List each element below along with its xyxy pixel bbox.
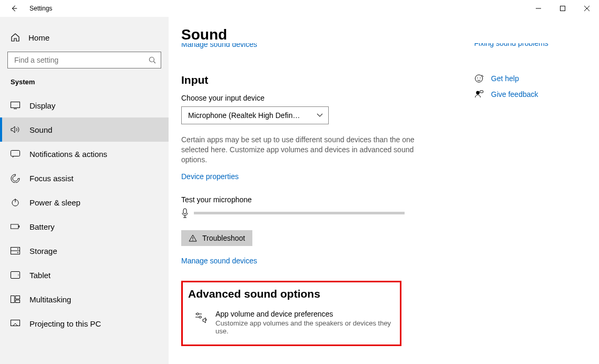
truncated-link-right[interactable]: Fixing sound problems [474,43,586,50]
sidebar-item-label: Multitasking [30,295,71,304]
input-device-selected: Microphone (Realtek High Definitio... [188,111,301,120]
maximize-button[interactable] [551,0,575,17]
svg-rect-2 [561,6,565,11]
back-button[interactable] [11,5,18,12]
power-icon [11,198,20,207]
svg-point-28 [197,313,199,315]
svg-point-31 [475,75,483,82]
device-properties-link[interactable]: Device properties [181,172,239,181]
app-volume-preferences-item[interactable]: App volume and device preferences Custom… [188,310,395,335]
sidebar-item-projecting[interactable]: Projecting to this PC [0,311,169,336]
sidebar-item-power-sleep[interactable]: Power & sleep [0,190,169,214]
svg-rect-22 [16,300,20,303]
svg-rect-12 [11,224,18,229]
svg-point-32 [477,77,478,78]
battery-icon [11,223,20,230]
sidebar-item-display[interactable]: Display [0,93,169,117]
svg-point-17 [17,252,18,253]
sidebar-item-label: Sound [30,125,52,134]
svg-point-30 [199,316,201,318]
svg-point-19 [18,274,19,276]
sound-icon [11,126,20,133]
svg-rect-13 [18,225,19,228]
troubleshoot-button[interactable]: Troubleshoot [181,230,252,246]
display-icon [11,102,20,109]
svg-point-5 [150,57,154,62]
focus-assist-icon [11,173,20,183]
sidebar-item-label: Display [30,101,55,110]
input-device-select[interactable]: Microphone (Realtek High Definitio... [181,106,329,124]
sidebar-item-label: Projecting to this PC [30,319,101,328]
manage-sound-devices-link[interactable]: Manage sound devices [181,257,257,265]
sidebar-item-label: Storage [30,247,57,255]
sidebar-item-tablet[interactable]: Tablet [0,263,169,287]
sidebar-item-label: Notifications & actions [30,150,107,159]
sidebar-item-label: Focus assist [30,174,73,183]
choose-input-label: Choose your input device [181,94,434,102]
svg-rect-24 [183,209,186,214]
get-help-label: Get help [491,74,519,83]
svg-point-16 [17,249,18,250]
advanced-sound-options-highlight: Advanced sound options App volume and de… [181,281,401,346]
svg-rect-7 [11,102,20,108]
input-section-heading: Input [181,74,434,86]
svg-rect-35 [480,91,483,93]
main-content: Sound Manage sound devices Input Choose … [169,17,599,364]
get-help-link[interactable]: Get help [474,74,586,83]
sidebar-item-battery[interactable]: Battery [0,214,169,239]
close-button[interactable] [575,0,599,17]
multitasking-icon [11,296,20,303]
svg-point-34 [476,91,479,94]
page-title: Sound [181,26,586,43]
sidebar-category: System [0,78,169,93]
give-feedback-label: Give feedback [491,90,538,99]
give-feedback-link[interactable]: Give feedback [474,90,586,99]
storage-icon [11,247,20,254]
search-box[interactable] [7,52,161,68]
svg-rect-9 [11,151,20,156]
warning-icon [189,234,197,242]
svg-point-33 [480,77,481,78]
sidebar-item-notifications[interactable]: Notifications & actions [0,142,169,166]
truncated-link-top[interactable]: Manage sound devices [181,43,434,51]
microphone-icon [181,208,189,219]
input-help-text: Certain apps may be set up to use differ… [181,135,416,165]
chevron-down-icon [317,113,323,117]
adv-item-desc: Customize app volumes and the speakers o… [215,319,395,335]
home-label: Home [28,33,50,42]
tablet-icon [11,271,20,279]
test-mic-label: Test your microphone [181,195,434,204]
sidebar: Home System Display Sound Notifications … [0,17,169,364]
help-icon [474,74,484,83]
sidebar-item-sound[interactable]: Sound [0,117,169,142]
minimize-button[interactable] [526,0,551,17]
sliders-icon [194,312,207,323]
mic-level-bar [194,212,405,214]
svg-rect-20 [11,296,15,303]
sidebar-nav: Display Sound Notifications & actions Fo… [0,93,169,336]
troubleshoot-label: Troubleshoot [202,234,245,242]
notifications-icon [11,150,20,158]
svg-line-6 [154,61,156,63]
sidebar-item-label: Tablet [30,271,51,280]
adv-item-title: App volume and device preferences [215,310,395,318]
svg-rect-21 [16,296,20,299]
feedback-icon [474,90,484,99]
projecting-icon [11,320,20,327]
svg-rect-23 [11,320,20,326]
sidebar-item-label: Battery [30,222,55,231]
sidebar-item-storage[interactable]: Storage [0,239,169,263]
home-button[interactable]: Home [0,28,169,46]
sidebar-item-multitasking[interactable]: Multitasking [0,287,169,311]
app-title: Settings [30,5,52,12]
search-icon [149,56,156,64]
advanced-heading: Advanced sound options [188,288,395,300]
home-icon [11,33,20,42]
sidebar-item-focus-assist[interactable]: Focus assist [0,166,169,190]
sidebar-item-label: Power & sleep [30,198,81,207]
title-bar: Settings [0,0,599,17]
search-input[interactable] [13,55,149,65]
svg-point-26 [192,240,193,240]
